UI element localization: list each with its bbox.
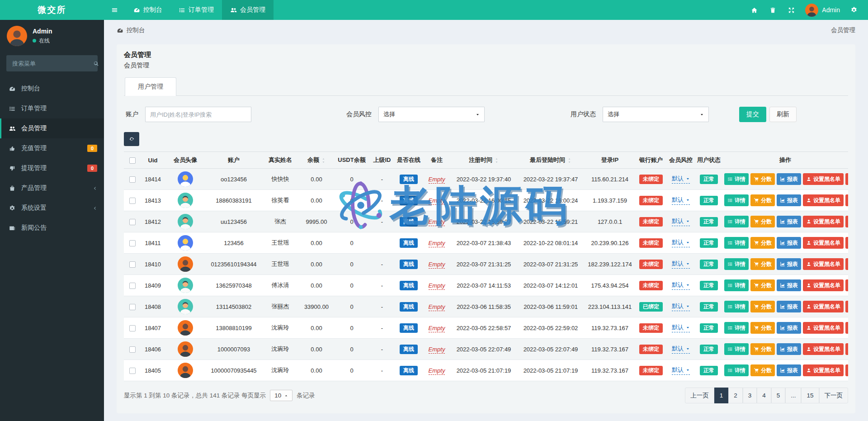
blacklist-button[interactable]: 设置黑名单 — [803, 237, 844, 249]
report-button[interactable]: 报表 — [777, 194, 801, 206]
settings-button[interactable] — [844, 0, 863, 20]
report-button[interactable]: 报表 — [777, 343, 801, 355]
clear-cache-button[interactable] — [764, 0, 782, 20]
row-checkbox[interactable] — [129, 368, 136, 374]
search-icon[interactable] — [93, 60, 99, 66]
blacklist-button[interactable]: 设置黑名单 — [803, 279, 844, 291]
detail-button[interactable]: 详情 — [724, 279, 749, 291]
sidebar-item-withdraw[interactable]: 提现管理0 — [0, 158, 104, 178]
freeze-button[interactable]: 冻结 — [845, 237, 848, 249]
select-all-checkbox[interactable] — [129, 157, 136, 164]
remark-link[interactable]: Empty — [429, 325, 445, 332]
status-select[interactable]: 选择 — [603, 107, 709, 122]
page-button-3[interactable]: 3 — [743, 388, 757, 403]
detail-button[interactable]: 详情 — [724, 258, 749, 270]
page-button-15[interactable]: 15 — [801, 388, 819, 403]
report-button[interactable]: 报表 — [777, 237, 801, 249]
score-button[interactable]: 分数 — [750, 173, 775, 185]
blacklist-button[interactable]: 设置黑名单 — [803, 216, 844, 227]
remark-link[interactable]: Empty — [429, 176, 445, 184]
sidebar-item-orders[interactable]: 订单管理 — [0, 99, 104, 118]
detail-button[interactable]: 详情 — [724, 216, 749, 227]
row-checkbox[interactable] — [129, 304, 136, 310]
blacklist-button[interactable]: 设置黑名单 — [803, 343, 844, 355]
risk-control-link[interactable]: 默认 — [672, 302, 690, 311]
blacklist-button[interactable]: 设置黑名单 — [803, 364, 844, 376]
score-button[interactable]: 分数 — [750, 279, 775, 291]
sidebar-item-recharge[interactable]: 充值管理0 — [0, 138, 104, 158]
fullscreen-button[interactable] — [782, 0, 801, 20]
risk-control-link[interactable]: 默认 — [672, 238, 690, 247]
page-button-下一页[interactable]: 下一页 — [819, 388, 849, 403]
remark-link[interactable]: Empty — [429, 346, 445, 354]
remark-link[interactable]: Empty — [429, 282, 445, 290]
freeze-button[interactable]: 冻结 — [845, 364, 848, 376]
blacklist-button[interactable]: 设置黑名单 — [803, 258, 844, 270]
topnav-orders[interactable]: 订单管理 — [170, 0, 222, 20]
account-search-input[interactable] — [145, 107, 251, 122]
blacklist-button[interactable]: 设置黑名单 — [803, 322, 844, 334]
score-button[interactable]: 分数 — [750, 194, 775, 206]
sidebar-item-settings[interactable]: 系统设置 — [0, 198, 104, 218]
report-button[interactable]: 报表 — [777, 258, 801, 270]
score-button[interactable]: 分数 — [750, 343, 775, 355]
refresh-button[interactable]: 刷新 — [769, 107, 797, 122]
sidebar-item-members[interactable]: 会员管理 — [0, 118, 104, 138]
page-size-select[interactable]: 10 — [270, 390, 292, 401]
risk-control-link[interactable]: 默认 — [672, 323, 690, 332]
detail-button[interactable]: 详情 — [724, 301, 749, 312]
remark-link[interactable]: Empty — [429, 261, 445, 269]
freeze-button[interactable]: 冻结 — [845, 322, 848, 334]
sidebar-item-dashboard[interactable]: 控制台 — [0, 79, 104, 99]
topnav-members[interactable]: 会员管理 — [222, 0, 274, 20]
user-menu[interactable]: Admin — [801, 4, 844, 17]
freeze-button[interactable]: 冻结 — [845, 301, 848, 312]
blacklist-button[interactable]: 设置黑名单 — [803, 194, 844, 206]
column-header-last[interactable]: 最后登陆时间 — [517, 152, 584, 169]
freeze-button[interactable]: 冻结 — [845, 194, 848, 206]
sort-control[interactable] — [495, 157, 499, 164]
column-header-reg[interactable]: 注册时间 — [450, 152, 517, 169]
score-button[interactable]: 分数 — [750, 258, 775, 270]
freeze-button[interactable]: 冻结 — [845, 258, 848, 270]
sort-control[interactable] — [321, 157, 326, 164]
freeze-button[interactable]: 冻结 — [845, 343, 848, 355]
row-checkbox[interactable] — [129, 240, 136, 246]
column-header-balance[interactable]: 余额 — [299, 152, 334, 169]
risk-control-link[interactable]: 默认 — [672, 281, 690, 290]
blacklist-button[interactable]: 设置黑名单 — [803, 173, 844, 185]
submit-button[interactable]: 提交 — [739, 107, 766, 122]
detail-button[interactable]: 详情 — [724, 322, 749, 334]
table-reload-button[interactable] — [124, 132, 139, 146]
risk-control-link[interactable]: 默认 — [672, 345, 690, 354]
report-button[interactable]: 报表 — [777, 364, 801, 376]
app-logo[interactable]: 微交所 — [0, 0, 104, 20]
risk-control-link[interactable]: 默认 — [672, 217, 690, 226]
page-button-5[interactable]: 5 — [771, 388, 786, 403]
score-button[interactable]: 分数 — [750, 237, 775, 249]
home-button[interactable] — [745, 0, 764, 20]
row-checkbox[interactable] — [129, 198, 136, 204]
row-checkbox[interactable] — [129, 346, 136, 353]
detail-button[interactable]: 详情 — [724, 364, 749, 376]
sort-control[interactable] — [567, 157, 571, 164]
detail-button[interactable]: 详情 — [724, 173, 749, 185]
topnav-dashboard[interactable]: 控制台 — [125, 0, 170, 20]
score-button[interactable]: 分数 — [750, 364, 775, 376]
report-button[interactable]: 报表 — [777, 322, 801, 334]
score-button[interactable]: 分数 — [750, 216, 775, 227]
detail-button[interactable]: 详情 — [724, 237, 749, 249]
risk-control-link[interactable]: 默认 — [672, 196, 690, 205]
risk-control-link[interactable]: 默认 — [672, 260, 690, 269]
freeze-button[interactable]: 冻结 — [845, 279, 848, 291]
sidebar-toggle-button[interactable] — [104, 0, 125, 20]
page-button-1[interactable]: 1 — [714, 388, 729, 403]
freeze-button[interactable]: 冻结 — [845, 216, 848, 227]
page-button-上一页[interactable]: 上一页 — [685, 388, 714, 403]
blacklist-button[interactable]: 设置黑名单 — [803, 301, 844, 312]
report-button[interactable]: 报表 — [777, 216, 801, 227]
tab-user-management[interactable]: 用户管理 — [125, 77, 176, 96]
sidebar-item-products[interactable]: 产品管理 — [0, 178, 104, 198]
remark-link[interactable]: Empty — [429, 303, 445, 311]
remark-link[interactable]: Empty — [429, 240, 445, 247]
